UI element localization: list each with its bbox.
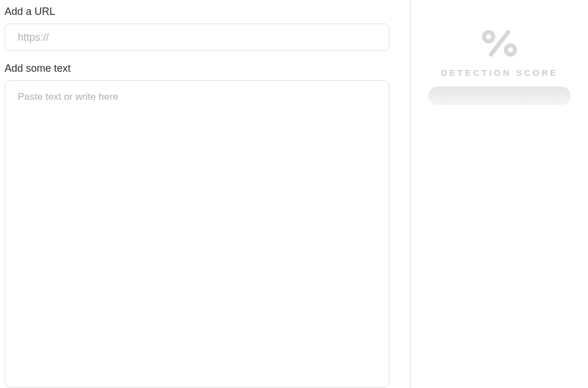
detection-score-panel: DETECTION SCORE [411, 0, 588, 388]
url-label: Add a URL [5, 6, 405, 18]
svg-point-1 [506, 45, 515, 55]
percent-icon [479, 29, 520, 57]
text-input-area[interactable] [5, 80, 389, 387]
url-input[interactable] [5, 24, 389, 51]
score-progress-bar [428, 87, 571, 105]
detection-score-title: DETECTION SCORE [441, 68, 558, 77]
text-label: Add some text [5, 63, 405, 75]
main-input-panel: Add a URL Add some text [0, 0, 411, 388]
svg-point-0 [484, 32, 493, 41]
